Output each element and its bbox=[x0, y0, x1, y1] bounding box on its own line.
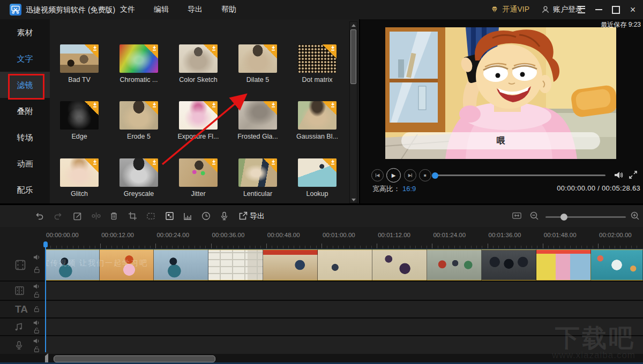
close-button[interactable]: × bbox=[627, 4, 639, 16]
timeline-clip[interactable] bbox=[318, 249, 372, 280]
duration-clock-icon[interactable] bbox=[201, 211, 211, 221]
scroll-down-icon[interactable] bbox=[350, 196, 357, 203]
timeline-panel: 导出 00:00:00.0000:00:12.0000:00:24.0000:0… bbox=[0, 203, 643, 364]
next-frame-button[interactable]: ▶ bbox=[404, 169, 416, 181]
scroll-up-icon[interactable] bbox=[350, 22, 357, 28]
sidebar-item-animation[interactable]: 动画 bbox=[0, 150, 50, 177]
mosaic-icon[interactable] bbox=[165, 211, 175, 221]
filter-item[interactable]: Gaussian Bl... bbox=[288, 101, 347, 147]
zoom-slider[interactable] bbox=[545, 216, 626, 218]
minimize-button[interactable] bbox=[593, 4, 604, 16]
timeline-clip[interactable] bbox=[427, 249, 482, 280]
filter-item-label: Greyscale bbox=[109, 190, 169, 198]
menu-file[interactable]: 文件 bbox=[118, 5, 137, 14]
zoom-slider-handle[interactable] bbox=[560, 214, 567, 221]
delete-icon[interactable] bbox=[109, 211, 119, 221]
text-track-header[interactable]: TA bbox=[0, 301, 45, 317]
timecode-display: 00:00:00.00 / 00:05:28.63 bbox=[557, 184, 640, 192]
zoom-out-icon[interactable] bbox=[529, 211, 540, 221]
export-icon[interactable] bbox=[238, 211, 248, 221]
timeline-clip[interactable] bbox=[45, 249, 100, 280]
sidebar-item-overlay[interactable]: 叠附 bbox=[0, 98, 50, 124]
timeline-clip[interactable] bbox=[591, 249, 643, 280]
fullscreen-icon[interactable] bbox=[628, 170, 638, 180]
aspect-ratio-value[interactable]: 16:9 bbox=[402, 185, 416, 193]
timeline-clip[interactable] bbox=[154, 249, 208, 280]
redo-icon[interactable] bbox=[53, 211, 63, 221]
track-mute-icon[interactable] bbox=[33, 337, 40, 345]
filter-item[interactable]: Bad TV bbox=[50, 44, 109, 90]
filter-item[interactable]: Lookup bbox=[288, 158, 347, 203]
sidebar-item-text[interactable]: 文字 bbox=[0, 46, 50, 72]
filter-item[interactable]: Frosted Gla... bbox=[228, 101, 288, 147]
maximize-button[interactable] bbox=[610, 4, 622, 16]
undo-icon[interactable] bbox=[34, 211, 44, 221]
record-voice-icon[interactable] bbox=[219, 211, 229, 221]
hscrollbar-thumb[interactable] bbox=[54, 355, 215, 362]
filter-item-label: Glitch bbox=[50, 190, 109, 198]
timeline-clip[interactable] bbox=[100, 249, 154, 280]
voice-track-header[interactable] bbox=[0, 336, 45, 354]
filter-item[interactable]: Dot matrix bbox=[288, 44, 347, 90]
filter-item-label: Edge bbox=[50, 133, 109, 140]
track-lock-icon[interactable] bbox=[33, 291, 40, 298]
edit-clip-icon[interactable] bbox=[72, 211, 83, 221]
timeline-clip[interactable] bbox=[372, 249, 427, 280]
select-region-icon[interactable] bbox=[146, 211, 156, 221]
window-menu-button[interactable] bbox=[575, 4, 587, 16]
track-mute-icon[interactable] bbox=[33, 283, 40, 290]
menu-edit[interactable]: 编辑 bbox=[152, 5, 171, 14]
crop-icon[interactable] bbox=[128, 211, 138, 221]
track-lock-icon[interactable] bbox=[33, 346, 40, 353]
menu-help[interactable]: 帮助 bbox=[219, 5, 238, 14]
seek-bar[interactable] bbox=[435, 175, 605, 176]
filter-item-label: Dot matrix bbox=[288, 76, 347, 84]
volume-icon[interactable] bbox=[613, 170, 624, 180]
filter-scrollbar[interactable] bbox=[349, 21, 357, 203]
sidebar-item-material[interactable]: 素材 bbox=[0, 19, 50, 46]
waveform-icon[interactable] bbox=[183, 211, 193, 221]
track-mute-icon[interactable] bbox=[33, 319, 40, 327]
seek-handle[interactable] bbox=[432, 172, 438, 179]
sidebar-item-music[interactable]: 配乐 bbox=[0, 177, 50, 203]
export-button[interactable]: 导出 bbox=[250, 211, 265, 221]
overlay-track-header[interactable] bbox=[0, 282, 45, 300]
timeline-clip[interactable] bbox=[536, 249, 591, 280]
timeline-clip[interactable] bbox=[263, 249, 318, 280]
filter-item[interactable]: Jitter bbox=[169, 158, 228, 203]
sidebar-item-transition[interactable]: 转场 bbox=[0, 124, 50, 150]
timeline-ruler[interactable]: 00:00:00.0000:00:12.0000:00:24.0000:00:3… bbox=[0, 228, 643, 249]
filter-item[interactable]: Edge bbox=[50, 101, 109, 147]
music-track bbox=[0, 318, 643, 336]
stop-button[interactable]: ■ bbox=[419, 169, 431, 181]
play-button[interactable]: ▶ bbox=[386, 168, 401, 183]
playhead-line[interactable] bbox=[45, 242, 46, 352]
filter-item[interactable]: Erode 5 bbox=[109, 101, 169, 147]
filter-thumbnail bbox=[60, 158, 99, 187]
filter-item[interactable]: Color Sketch bbox=[169, 44, 228, 90]
filter-item[interactable]: Lenticular bbox=[228, 158, 288, 203]
preview-video[interactable]: 喂 bbox=[385, 27, 616, 159]
filter-item[interactable]: Dilate 5 bbox=[228, 44, 288, 90]
filter-thumbnail bbox=[119, 44, 158, 73]
filter-item[interactable]: Glitch bbox=[50, 158, 109, 203]
track-mute-icon[interactable] bbox=[33, 253, 41, 261]
filter-item[interactable]: Chromatic ... bbox=[109, 44, 169, 90]
split-clip-icon[interactable] bbox=[91, 211, 101, 221]
download-badge-icon bbox=[204, 101, 218, 115]
filter-item[interactable]: Greyscale bbox=[109, 158, 169, 203]
timeline-clip[interactable] bbox=[482, 249, 536, 280]
track-lock-icon[interactable] bbox=[33, 266, 41, 274]
zoom-in-icon[interactable] bbox=[630, 211, 640, 221]
track-lock-icon[interactable] bbox=[33, 306, 40, 313]
fit-timeline-icon[interactable] bbox=[512, 211, 522, 221]
timeline-clip[interactable] bbox=[208, 249, 263, 280]
track-lock-icon[interactable] bbox=[33, 327, 40, 334]
filter-item[interactable]: Exposure Fl... bbox=[169, 101, 228, 147]
previous-frame-button[interactable]: ◀ bbox=[371, 169, 384, 181]
scrollbar-thumb[interactable] bbox=[350, 29, 356, 84]
video-track-header[interactable] bbox=[0, 249, 45, 280]
menu-export[interactable]: 导出 bbox=[185, 5, 205, 14]
vip-button[interactable]: 开通VIP bbox=[490, 5, 529, 14]
music-track-header[interactable] bbox=[0, 318, 45, 335]
